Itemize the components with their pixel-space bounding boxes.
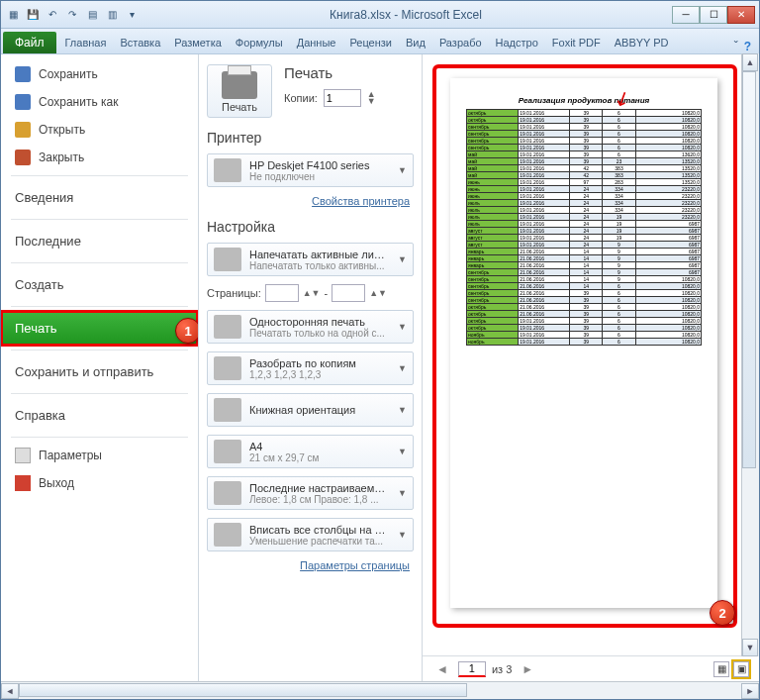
chevron-down-icon: ▼	[398, 530, 407, 540]
chevron-down-icon: ▼	[398, 165, 407, 175]
ribbon-minimize-icon[interactable]: ˇ	[734, 40, 738, 53]
nav-print[interactable]: Печать	[1, 311, 198, 346]
copies-input[interactable]	[324, 89, 361, 107]
undo-icon[interactable]: ↶	[45, 7, 60, 23]
copies-label: Копии:	[284, 92, 318, 104]
redo-icon[interactable]: ↷	[64, 7, 80, 23]
paper-dropdown[interactable]: A421 см x 29,7 см ▼	[207, 435, 414, 468]
nav-share[interactable]: Сохранить и отправить	[1, 354, 198, 389]
ribbon-tab[interactable]: Рецензи	[342, 32, 399, 53]
nav-save[interactable]: Сохранить	[1, 60, 198, 88]
exit-icon	[15, 475, 31, 491]
options-icon	[15, 448, 31, 463]
scroll-track[interactable]	[742, 71, 759, 639]
app-window: ▦ 💾 ↶ ↷ ▤ ▥ ▾ Книга8.xlsx - Microsoft Ex…	[0, 0, 760, 700]
margins-dropdown[interactable]: Последние настраиваемые ...Левое: 1,8 см…	[207, 476, 414, 510]
paper-icon	[214, 440, 241, 463]
scroll-up-button[interactable]: ▲	[742, 53, 758, 71]
scroll-track[interactable]	[19, 683, 741, 699]
nav-new[interactable]: Создать	[1, 267, 198, 302]
settings-section-title: Настройка	[207, 219, 414, 235]
nav-separator	[11, 219, 188, 220]
margins-icon	[214, 481, 241, 505]
scaling-icon	[214, 523, 241, 547]
prev-page-button[interactable]: ◄	[432, 662, 452, 676]
spinner-icon[interactable]: ▲▼	[367, 91, 376, 105]
preview-area: ↙ Реализация продуктов питания октябрь19…	[423, 54, 759, 655]
ribbon-tab[interactable]: Данные	[290, 32, 343, 53]
scroll-thumb[interactable]	[742, 71, 756, 468]
chevron-down-icon: ▼	[398, 322, 407, 332]
orientation-dropdown[interactable]: Книжная ориентация ▼	[207, 393, 414, 427]
nav-separator	[11, 437, 188, 438]
zoom-to-page-button[interactable]: ▣	[733, 661, 749, 677]
ribbon-tab[interactable]: Вставка	[113, 32, 167, 53]
next-page-button[interactable]: ►	[518, 662, 537, 676]
nav-help[interactable]: Справка	[1, 398, 198, 433]
scroll-thumb[interactable]	[19, 683, 467, 697]
current-page-input[interactable]	[458, 661, 486, 677]
ribbon-tab[interactable]: Вид	[399, 32, 432, 53]
document-title: Реализация продуктов питания	[466, 96, 702, 105]
scroll-left-button[interactable]: ◄	[1, 683, 19, 699]
close-button[interactable]: ✕	[727, 6, 755, 24]
window-title: Книга8.xlsx - Microsoft Excel	[140, 8, 672, 22]
help-icon[interactable]: ?	[744, 40, 751, 53]
printer-properties-link[interactable]: Свойства принтера	[207, 195, 414, 207]
nav-separator	[11, 175, 188, 176]
minimize-button[interactable]: ─	[672, 6, 700, 24]
page-to-input[interactable]	[332, 284, 365, 302]
ribbon-tab[interactable]: Foxit PDF	[545, 32, 608, 53]
nav-saveas[interactable]: Сохранить как	[1, 88, 198, 116]
print-settings-panel: Печать Печать Копии: ▲▼ Принтер HP Deskj…	[199, 54, 423, 681]
save-icon[interactable]: 💾	[25, 7, 41, 23]
scroll-down-button[interactable]: ▼	[742, 639, 758, 656]
nav-separator	[11, 262, 188, 263]
printer-section-title: Принтер	[207, 130, 414, 146]
ribbon-tab[interactable]: Главная	[58, 32, 114, 53]
maximize-button[interactable]: ☐	[700, 6, 727, 24]
pages-label: Страницы:	[207, 287, 261, 299]
nav-close[interactable]: Закрыть	[1, 144, 198, 171]
printer-icon	[222, 71, 257, 99]
nav-open[interactable]: Открыть	[1, 116, 198, 144]
page-navigation: ◄ из 3 ► ▦ ▣	[423, 655, 759, 681]
chevron-down-icon: ▼	[398, 488, 407, 498]
backstage-nav: Сохранить Сохранить как Открыть Закрыть …	[1, 54, 199, 681]
scaling-dropdown[interactable]: Вписать все столбцы на одн...Уменьшение …	[207, 518, 414, 551]
nav-exit[interactable]: Выход	[1, 469, 198, 497]
chevron-down-icon: ▼	[398, 363, 407, 373]
page-from-input[interactable]	[265, 284, 299, 302]
nav-separator	[11, 306, 188, 307]
file-tab[interactable]: Файл	[3, 32, 56, 53]
horizontal-scrollbar[interactable]: ◄ ►	[1, 681, 759, 699]
spinner-icon[interactable]: ▲▼	[369, 288, 387, 298]
vertical-scrollbar[interactable]: ▲ ▼	[741, 53, 759, 656]
nav-recent[interactable]: Последние	[1, 224, 198, 258]
nav-options[interactable]: Параметры	[1, 442, 198, 469]
qat-icon[interactable]: ▤	[84, 7, 100, 23]
ribbon-tab[interactable]: Разрабо	[432, 32, 489, 53]
nav-info[interactable]: Сведения	[1, 180, 198, 215]
qat-more-icon[interactable]: ▾	[124, 7, 140, 23]
qat-icon[interactable]: ▥	[104, 7, 120, 23]
printer-dropdown[interactable]: HP Deskjet F4100 series Не подключен ▼	[207, 153, 414, 187]
ribbon-tab[interactable]: ABBYY PD	[608, 32, 676, 53]
page-icon	[214, 315, 241, 339]
preview-page: ↙ Реализация продуктов питания октябрь19…	[450, 78, 717, 608]
print-what-dropdown[interactable]: Напечатать активные листыНапечатать толь…	[207, 243, 414, 276]
show-margins-button[interactable]: ▦	[713, 661, 729, 677]
print-button[interactable]: Печать	[207, 64, 272, 118]
preview-table: октябрь19.01.201639610820,0октябрь19.01.…	[466, 109, 702, 346]
annotation-badge-2: 2	[710, 600, 735, 626]
ribbon-tab[interactable]: Надстро	[489, 32, 545, 53]
collate-dropdown[interactable]: Разобрать по копиям1,2,3 1,2,3 1,2,3 ▼	[207, 351, 414, 385]
sides-dropdown[interactable]: Односторонняя печатьПечатать только на о…	[207, 310, 414, 344]
spinner-icon[interactable]: ▲▼	[303, 288, 321, 298]
ribbon-tab[interactable]: Разметка	[167, 32, 229, 53]
collate-icon	[214, 356, 241, 380]
scroll-right-button[interactable]: ►	[741, 683, 759, 699]
page-setup-link[interactable]: Параметры страницы	[207, 559, 414, 571]
ribbon-tab[interactable]: Формулы	[229, 32, 290, 53]
page-count-label: из 3	[492, 663, 512, 675]
